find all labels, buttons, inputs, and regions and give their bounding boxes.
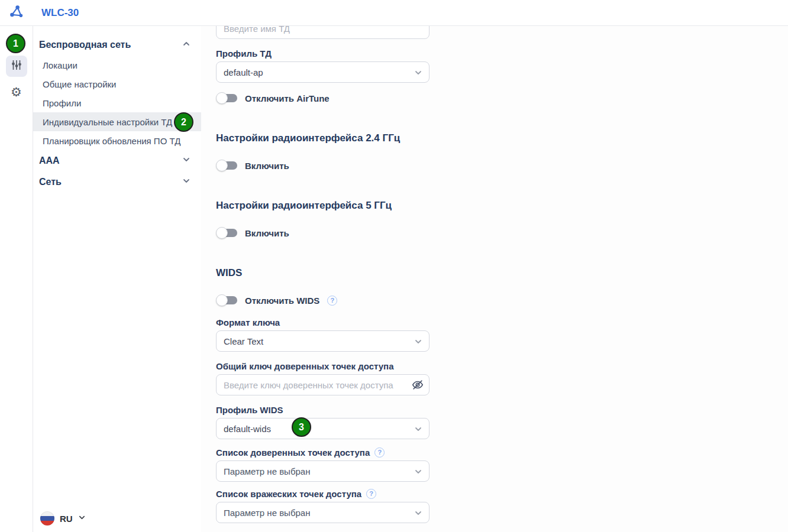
sidebar-section-label: Сеть: [39, 177, 62, 187]
wids-disable-toggle-row: Отключить WIDS ?: [216, 293, 429, 307]
sidebar-section-label: Беспроводная сеть: [39, 40, 131, 50]
sidebar-item-ap-firmware-scheduler[interactable]: Планировщик обновления ПО ТД: [33, 131, 201, 150]
toggle-label: Отключить AirTune: [245, 93, 330, 103]
sidebar: Беспроводная сеть Локации Общие настройк…: [33, 26, 201, 532]
toggle-label: Включить: [245, 228, 289, 238]
airtune-toggle-row: Отключить AirTune: [216, 91, 429, 105]
wids-profile-select[interactable]: default-wids: [216, 418, 429, 439]
chevron-down-icon: [78, 513, 86, 524]
chevron-down-icon: [414, 425, 422, 435]
toggle-label: Отключить WIDS: [245, 296, 319, 306]
chevron-down-icon: [182, 155, 190, 166]
shared-key-input-wrap: [216, 374, 429, 395]
radio5-toggle-row: Включить: [216, 226, 429, 240]
label-text: Список доверенных точек доступа: [216, 447, 370, 458]
section-heading-radio24: Настройки радиоинтерфейса 2.4 ГГц: [216, 131, 429, 145]
sidebar-section-wireless[interactable]: Беспроводная сеть: [33, 34, 201, 56]
radio24-enable-toggle[interactable]: [216, 160, 237, 171]
chevron-down-icon: [414, 338, 422, 348]
label-text: Профиль ТД: [216, 48, 272, 59]
trusted-list-select[interactable]: Параметр не выбран: [216, 460, 429, 482]
select-value: Параметр не выбран: [224, 508, 310, 518]
main-content: Профиль ТД default-ap Отключить AirTune …: [201, 26, 788, 532]
help-icon[interactable]: ?: [374, 447, 385, 458]
ap-settings-form: Профиль ТД default-ap Отключить AirTune …: [216, 26, 429, 523]
annotation-badge-1: 1: [6, 34, 25, 53]
section-heading-wids: WIDS: [216, 266, 429, 280]
radio24-toggle-row: Включить: [216, 158, 429, 173]
select-value: default-wids: [224, 424, 271, 434]
sidebar-section-aaa[interactable]: AAA: [33, 150, 201, 171]
flag-ru-icon: [40, 511, 54, 525]
toggle-label: Включить: [245, 161, 289, 171]
ap-name-input[interactable]: [216, 26, 429, 39]
label-text: Формат ключа: [216, 317, 280, 327]
rail-wireless-settings-button[interactable]: [6, 56, 27, 77]
select-value: Параметр не выбран: [224, 466, 310, 476]
help-icon[interactable]: ?: [366, 489, 376, 499]
field-label-wids-profile: Профиль WIDS: [216, 404, 429, 416]
label-text: Профиль WIDS: [216, 405, 283, 415]
field-label-trusted-list: Список доверенных точек доступа ?: [216, 446, 429, 458]
select-value: default-ap: [224, 67, 263, 77]
sidebar-item-general-settings[interactable]: Общие настройки: [33, 74, 201, 93]
language-selector[interactable]: RU: [40, 511, 86, 525]
chevron-down-icon: [414, 468, 422, 478]
section-heading-radio5: Настройки радиоинтерфейса 5 ГГц: [216, 199, 429, 213]
help-icon[interactable]: ?: [327, 296, 337, 306]
chevron-down-icon: [414, 509, 422, 519]
icon-rail: ⚙: [0, 26, 33, 532]
key-format-select[interactable]: Clear Text: [216, 330, 429, 352]
app-header: WLC-30: [0, 0, 788, 26]
rail-system-settings-button[interactable]: ⚙: [6, 82, 27, 103]
page-title[interactable]: WLC-30: [41, 7, 79, 19]
field-label-rogue-list: Список вражеских точек доступа ?: [216, 488, 429, 499]
network-nodes-icon: [9, 4, 24, 22]
language-code: RU: [60, 514, 73, 524]
shared-key-input[interactable]: [216, 374, 429, 395]
chevron-up-icon: [182, 40, 190, 50]
field-label-ap-profile: Профиль ТД: [216, 47, 429, 59]
sidebar-item-locations[interactable]: Локации: [33, 56, 201, 74]
annotation-badge-2: 2: [174, 112, 193, 132]
app-window: WLC-30 ⚙ Беспроводная сеть: [0, 0, 788, 532]
wids-disable-toggle[interactable]: [216, 294, 237, 306]
select-value: Clear Text: [224, 336, 263, 346]
sliders-icon: [11, 59, 22, 73]
airtune-toggle[interactable]: [216, 92, 237, 104]
chevron-down-icon: [414, 69, 422, 79]
sidebar-section-network[interactable]: Сеть: [33, 171, 201, 193]
label-text: Список вражеских точек доступа: [216, 489, 361, 499]
field-label-key-format: Формат ключа: [216, 316, 429, 328]
radio5-enable-toggle[interactable]: [216, 227, 237, 239]
label-text: Общий ключ доверенных точек доступа: [216, 361, 393, 371]
app-logo[interactable]: [0, 4, 33, 22]
annotation-badge-3: 3: [292, 417, 311, 437]
gear-icon: ⚙: [11, 86, 22, 99]
eye-off-icon[interactable]: [411, 378, 424, 391]
sidebar-section-label: AAA: [39, 155, 60, 166]
sidebar-item-profiles[interactable]: Профили: [33, 93, 201, 112]
rogue-list-select[interactable]: Параметр не выбран: [216, 502, 429, 523]
chevron-down-icon: [182, 177, 190, 187]
ap-profile-select[interactable]: default-ap: [216, 61, 429, 83]
field-label-shared-key: Общий ключ доверенных точек доступа: [216, 360, 429, 372]
